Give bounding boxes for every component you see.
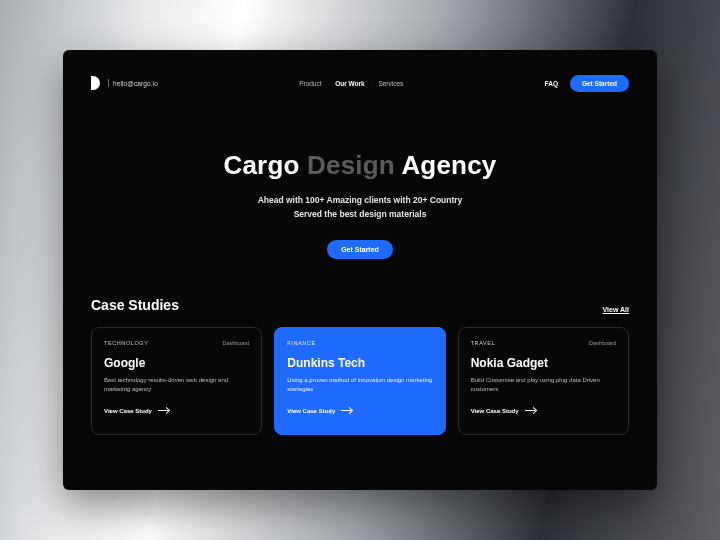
view-case-study-link[interactable]: View Case Study — [287, 408, 432, 414]
card-title: Google — [104, 356, 249, 370]
cards-row: TECHNOLOGY Dashboard Google Best technol… — [91, 327, 629, 435]
hero-get-started-button[interactable]: Get Started — [327, 240, 393, 259]
header-right: FAQ Get Started — [545, 75, 629, 92]
card-top: TECHNOLOGY Dashboard — [104, 340, 249, 346]
dot-icon: . — [371, 80, 373, 86]
card-title: Dunkins Tech — [287, 356, 432, 370]
card-link-label: View Case Study — [287, 408, 335, 414]
view-all-link[interactable]: View All — [603, 306, 629, 313]
card-link-label: View Case Study — [104, 408, 152, 414]
hero-subtitle: Ahead with 100+ Amazing clients with 20+… — [91, 193, 629, 222]
card-description: Best technology results-driven web desig… — [104, 376, 249, 394]
section-title: Case Studies — [91, 297, 179, 313]
card-title: Nokia Gadget — [471, 356, 616, 370]
dot-icon: . — [328, 80, 330, 86]
contact-email: hello@cargo.io — [113, 80, 158, 87]
arrow-right-icon — [525, 410, 535, 411]
hero-section: Cargo Design Agency Ahead with 100+ Amaz… — [91, 150, 629, 259]
title-part-b: Design — [307, 150, 395, 180]
divider-icon — [108, 79, 109, 87]
app-window: hello@cargo.io Product . Our Work . Serv… — [63, 50, 657, 490]
faq-link[interactable]: FAQ — [545, 80, 558, 87]
title-part-c: Agency — [395, 150, 497, 180]
nav-services[interactable]: Services — [378, 80, 403, 87]
card-tag: Dashboard — [589, 340, 616, 346]
view-case-study-link[interactable]: View Case Study — [471, 408, 616, 414]
hero-sub-line-2: Served the best design materials — [91, 207, 629, 221]
title-part-a: Cargo — [223, 150, 307, 180]
nav-our-work[interactable]: Our Work — [335, 80, 365, 87]
get-started-button[interactable]: Get Started — [570, 75, 629, 92]
hero-title: Cargo Design Agency — [91, 150, 629, 181]
view-case-study-link[interactable]: View Case Study — [104, 408, 249, 414]
card-link-label: View Case Study — [471, 408, 519, 414]
case-study-card[interactable]: TECHNOLOGY Dashboard Google Best technol… — [91, 327, 262, 435]
card-description: Using a proven method of innovation desi… — [287, 376, 432, 394]
nav-product[interactable]: Product — [299, 80, 321, 87]
card-top: TRAVEL Dashboard — [471, 340, 616, 346]
card-tag: Dashboard — [222, 340, 249, 346]
card-top: FINANCE — [287, 340, 432, 346]
section-header: Case Studies View All — [91, 297, 629, 313]
header-left: hello@cargo.io — [91, 76, 158, 90]
case-study-card[interactable]: TRAVEL Dashboard Nokia Gadget Build Cust… — [458, 327, 629, 435]
card-category: TRAVEL — [471, 340, 496, 346]
arrow-right-icon — [341, 410, 351, 411]
case-study-card-featured[interactable]: FINANCE Dunkins Tech Using a proven meth… — [274, 327, 445, 435]
card-description: Build Customise and play using plug data… — [471, 376, 616, 394]
main-nav: Product . Our Work . Services — [299, 80, 403, 87]
header: hello@cargo.io Product . Our Work . Serv… — [91, 70, 629, 96]
arrow-right-icon — [158, 410, 168, 411]
logo-icon — [91, 76, 100, 90]
card-category: TECHNOLOGY — [104, 340, 149, 346]
email-display: hello@cargo.io — [108, 79, 158, 87]
hero-sub-line-1: Ahead with 100+ Amazing clients with 20+… — [91, 193, 629, 207]
card-category: FINANCE — [287, 340, 315, 346]
